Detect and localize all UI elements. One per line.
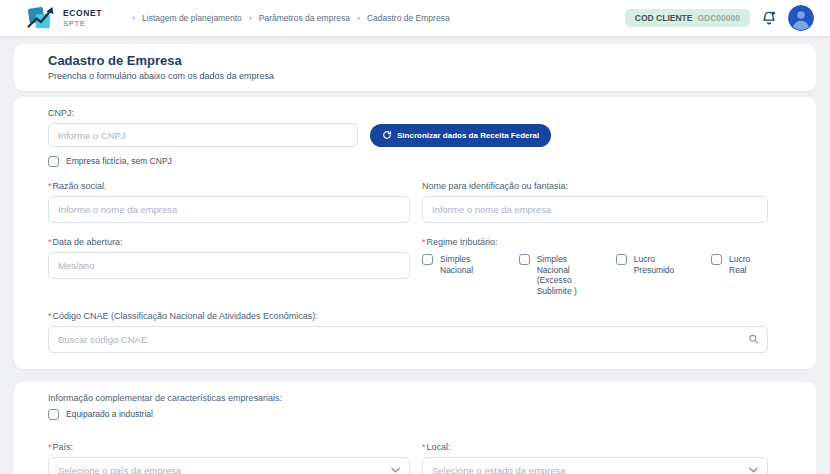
- local-field: *Local: Selecione o estado da empresa: [422, 442, 768, 474]
- required-asterisk: *: [48, 311, 52, 321]
- brand-logo[interactable]: ECONET SPTE: [26, 5, 102, 32]
- econet-logo-icon: [26, 5, 56, 32]
- topbar-actions: COD CLIENTE GDC00000: [625, 5, 814, 31]
- data-abertura-field: *Data de abertura:: [48, 237, 410, 297]
- razao-social-field: *Razão social.: [48, 181, 410, 223]
- breadcrumb: › Listagem de planejamento › Parâmetros …: [132, 13, 450, 23]
- local-label: *Local:: [422, 442, 768, 452]
- sync-button-label: Sincronizar dados da Receita Federal: [397, 131, 539, 140]
- breadcrumb-item-planejamento[interactable]: Listagem de planejamento: [142, 13, 242, 23]
- data-abertura-label: *Data de abertura:: [48, 237, 410, 247]
- notification-dot: [772, 11, 775, 14]
- complementary-info-card: Informação complementar de característic…: [14, 382, 816, 474]
- required-asterisk: *: [422, 237, 426, 247]
- empresa-ficticia-label: Empresa fictícia, sem CNPJ: [66, 156, 172, 167]
- pais-label: *País:: [48, 442, 410, 452]
- pais-local-row: *País: Selecione o país da empresa *Loca…: [48, 442, 768, 474]
- page-subtitle: Preencha o formulário abaixo com os dado…: [48, 71, 782, 81]
- razao-social-input[interactable]: [48, 196, 410, 223]
- client-code-badge: COD CLIENTE GDC00000: [625, 9, 750, 27]
- abertura-regime-row: *Data de abertura: *Regime tributário: S…: [48, 237, 768, 297]
- regime-option-simples-excesso: Simples Nacional (Excesso Sublimite ): [519, 254, 600, 297]
- required-asterisk: *: [48, 181, 52, 191]
- nome-fantasia-input[interactable]: [422, 196, 768, 223]
- required-asterisk: *: [422, 442, 426, 452]
- pais-select[interactable]: Selecione o país da empresa: [48, 457, 410, 474]
- required-asterisk: *: [48, 442, 52, 452]
- lucro-presumido-checkbox[interactable]: [616, 254, 627, 265]
- regime-option-simples-nacional: Simples Nacional: [422, 254, 503, 297]
- brand-name: ECONET: [63, 8, 102, 18]
- cnae-field: *Código CNAE (Classificação Nacional de …: [48, 311, 768, 353]
- user-avatar[interactable]: [788, 5, 814, 31]
- razao-social-label: *Razão social.: [48, 181, 410, 191]
- empresa-ficticia-checkbox[interactable]: [48, 156, 59, 167]
- regime-options: Simples Nacional Simples Nacional (Exces…: [422, 254, 768, 297]
- regime-option-lucro-real: Lucro Real: [711, 254, 768, 297]
- sync-receita-federal-button[interactable]: Sincronizar dados da Receita Federal: [370, 124, 551, 147]
- brand-subname: SPTE: [63, 19, 102, 28]
- cnpj-row: Sincronizar dados da Receita Federal: [48, 123, 768, 147]
- chevron-down-icon: [391, 467, 400, 473]
- breadcrumb-item-current: Cadastro de Empresa: [367, 13, 450, 23]
- simples-nacional-checkbox[interactable]: [422, 254, 433, 265]
- equiparado-checkbox-row: Equiparado a industrial: [48, 409, 768, 420]
- sync-icon: [382, 130, 392, 140]
- cnpj-input[interactable]: [48, 123, 358, 147]
- top-bar: ECONET SPTE › Listagem de planejamento ›…: [0, 0, 830, 36]
- cnae-search-input[interactable]: [48, 326, 768, 353]
- local-select[interactable]: Selecione o estado da empresa: [422, 457, 768, 474]
- equiparado-industrial-checkbox[interactable]: [48, 409, 59, 420]
- notifications-button[interactable]: [761, 10, 777, 26]
- equiparado-label: Equiparado a industrial: [66, 409, 153, 420]
- required-asterisk: *: [48, 237, 52, 247]
- brand-text: ECONET SPTE: [63, 8, 102, 28]
- cnpj-label: CNPJ:: [48, 108, 768, 118]
- breadcrumb-item-parametros[interactable]: Parâmetros da empresa: [259, 13, 350, 23]
- nome-fantasia-field: Nome para identificação ou fantasia:: [422, 181, 768, 223]
- bell-icon: [761, 10, 777, 26]
- regime-option-lucro-presumido: Lucro Presumido: [616, 254, 695, 297]
- nome-fantasia-label: Nome para identificação ou fantasia:: [422, 181, 768, 191]
- company-form-card: CNPJ: Sincronizar dados da Receita Feder…: [14, 97, 816, 369]
- client-code-value: GDC00000: [697, 13, 740, 23]
- cnae-label: *Código CNAE (Classificação Nacional de …: [48, 311, 768, 321]
- name-fields-row: *Razão social. Nome para identificação o…: [48, 181, 768, 223]
- simples-excesso-checkbox[interactable]: [519, 254, 530, 265]
- search-icon[interactable]: [748, 334, 759, 345]
- page-title: Cadastro de Empresa: [48, 53, 782, 68]
- user-icon: [788, 5, 814, 31]
- chevron-down-icon: [749, 467, 758, 473]
- breadcrumb-separator: ›: [249, 13, 252, 23]
- cnae-search-wrap: [48, 326, 768, 353]
- client-code-label: COD CLIENTE: [635, 13, 693, 23]
- breadcrumb-separator: ›: [132, 13, 135, 23]
- regime-tributario-label: *Regime tributário:: [422, 237, 768, 247]
- empresa-ficticia-checkbox-row: Empresa fictícia, sem CNPJ: [48, 156, 768, 167]
- lucro-real-checkbox[interactable]: [711, 254, 722, 265]
- page-content: Cadastro de Empresa Preencha o formulári…: [0, 44, 830, 474]
- page-title-card: Cadastro de Empresa Preencha o formulári…: [14, 44, 816, 91]
- breadcrumb-separator: ›: [357, 13, 360, 23]
- pais-field: *País: Selecione o país da empresa: [48, 442, 410, 474]
- info-complementar-label: Informação complementar de característic…: [48, 393, 768, 403]
- regime-tributario-field: *Regime tributário: Simples Nacional Sim…: [422, 237, 768, 297]
- data-abertura-input[interactable]: [48, 252, 410, 279]
